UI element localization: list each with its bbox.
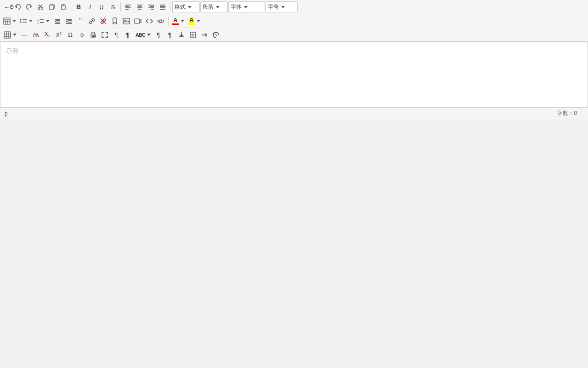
highlight-arrow — [197, 20, 200, 22]
olist-arrow — [46, 20, 50, 22]
svg-rect-52 — [4, 32, 11, 38]
undo-button[interactable]: ←⥀ — [2, 1, 23, 12]
font-dropdown-arrow — [244, 6, 248, 8]
spellcheck-button[interactable]: ABC — [134, 29, 153, 40]
preview-button[interactable] — [155, 16, 166, 27]
hr-icon: — — [22, 31, 28, 38]
editor-wrapper: ←⥀ B I U — [0, 0, 588, 119]
toolbar-row-3: — f x X2 X2 Ω — [0, 28, 588, 41]
paste-button[interactable] — [58, 1, 69, 12]
svg-rect-48 — [123, 18, 130, 24]
svg-rect-24 — [4, 18, 10, 24]
bookmark-button[interactable] — [109, 16, 120, 27]
hr-button[interactable]: — — [19, 29, 30, 40]
unlink-button[interactable] — [98, 16, 109, 27]
indent-decrease-button[interactable] — [52, 16, 63, 27]
highlight-button[interactable]: A — [187, 16, 202, 27]
fullscreen-button[interactable] — [99, 29, 110, 40]
svg-rect-61 — [92, 35, 95, 37]
table-insert-button[interactable] — [2, 16, 17, 27]
svg-point-2 — [38, 8, 40, 10]
svg-point-62 — [95, 34, 96, 35]
table-ops-arrow — [13, 34, 17, 36]
ulist-button[interactable] — [18, 16, 34, 27]
emoji-button[interactable]: ☺ — [76, 29, 87, 40]
link-button[interactable] — [86, 16, 97, 27]
wordcount-label: 字数：0 — [557, 109, 577, 117]
font-color-button[interactable]: A — [170, 16, 186, 27]
table-ops-button[interactable] — [2, 29, 18, 40]
format-dropdown[interactable]: 格式 — [172, 1, 200, 12]
paragraph-dropdown-arrow — [216, 6, 220, 8]
clear-format-button[interactable]: f x — [30, 29, 41, 40]
cut-button[interactable] — [35, 1, 46, 12]
toolbar-row-2: 1. 2. — [0, 14, 588, 28]
spellcheck-icon: ABC — [136, 32, 145, 38]
subscript-button[interactable]: X2 — [42, 29, 53, 40]
strikethrough-button[interactable]: S — [107, 1, 119, 12]
print-button[interactable] — [88, 29, 99, 40]
font-color-icon: A — [172, 17, 179, 25]
spellcheck-arrow — [147, 34, 151, 36]
svg-point-51 — [160, 20, 162, 22]
svg-point-29 — [20, 19, 22, 20]
superscript-button[interactable]: X2 — [53, 29, 64, 40]
show-paragraph2-button[interactable]: ¶ — [122, 29, 133, 40]
svg-point-31 — [20, 21, 22, 23]
font-dropdown[interactable]: 字体 — [228, 1, 265, 12]
editor-content[interactable]: 示例 — [6, 47, 582, 102]
table-dropdown-arrow — [12, 20, 16, 22]
blockquote-icon: " — [79, 17, 82, 25]
superscript-icon: X2 — [56, 31, 62, 38]
svg-point-3 — [41, 8, 43, 10]
svg-rect-50 — [135, 19, 140, 23]
special-char-button[interactable]: Ω — [65, 29, 76, 40]
italic-button[interactable]: I — [85, 1, 96, 12]
para-style-left-button[interactable]: ¶ — [153, 29, 164, 40]
fontsize-dropdown[interactable]: 字号 — [266, 1, 298, 12]
status-right: 字数：0 ⋮ — [557, 109, 583, 117]
media-button[interactable] — [132, 16, 143, 27]
show-paragraph-button[interactable]: ¶ — [111, 29, 122, 40]
editor-area: 示例 — [0, 42, 588, 107]
paragraph-dropdown-label: 段落 — [203, 3, 214, 11]
subscript-icon: X2 — [45, 31, 50, 38]
align-justify-button[interactable] — [157, 1, 168, 12]
format-dropdown-arrow — [188, 6, 192, 8]
copy-button[interactable] — [46, 1, 57, 12]
align-right-button[interactable] — [146, 1, 157, 12]
image-button[interactable] — [121, 16, 132, 27]
svg-rect-7 — [62, 4, 64, 6]
paragraph2-icon: ¶ — [126, 31, 130, 39]
redo-button[interactable] — [23, 1, 34, 12]
separator-3 — [170, 2, 170, 12]
para-style-left-icon: ¶ — [157, 31, 160, 39]
fontsize-dropdown-arrow — [281, 6, 285, 8]
separator-4 — [168, 17, 169, 26]
bold-icon: B — [76, 3, 81, 11]
para-style-right-button[interactable]: ¶ — [164, 29, 175, 40]
bold-button[interactable]: B — [73, 1, 84, 12]
olist-button[interactable]: 1. 2. — [35, 16, 51, 27]
toolbar-row-1: ←⥀ B I U — [0, 0, 588, 14]
resize-button[interactable] — [199, 29, 210, 40]
align-center-button[interactable] — [134, 1, 145, 12]
layout-button[interactable] — [187, 29, 198, 40]
blockquote-button[interactable]: " — [75, 16, 86, 27]
history-button[interactable] — [210, 29, 221, 40]
download-button[interactable] — [176, 29, 187, 40]
underline-button[interactable]: U — [96, 1, 107, 12]
indent-increase-button[interactable] — [63, 16, 74, 27]
paragraph-icon: ¶ — [114, 31, 118, 39]
strikethrough-icon: S — [111, 4, 115, 11]
paragraph-dropdown[interactable]: 段落 — [200, 1, 228, 12]
separator-2 — [120, 2, 121, 12]
format-dropdown-label: 格式 — [175, 3, 186, 11]
resize-handle[interactable]: ⋮ — [579, 111, 583, 116]
align-left-button[interactable] — [123, 1, 134, 12]
code-button[interactable] — [144, 16, 155, 27]
svg-marker-41 — [55, 20, 56, 22]
emoji-icon: ☺ — [79, 31, 85, 38]
undo-icon: ←⥀ — [4, 4, 14, 11]
element-indicator: p — [5, 110, 8, 117]
